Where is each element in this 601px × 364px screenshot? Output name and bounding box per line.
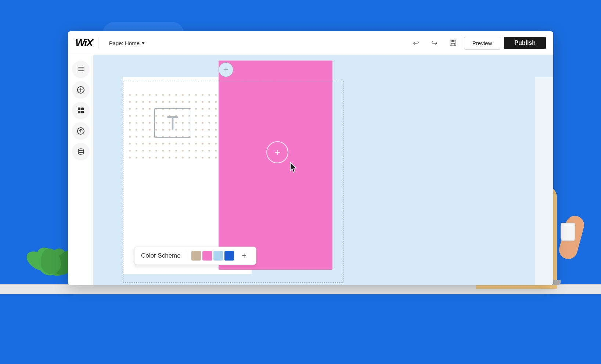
sidebar-item-pages[interactable] bbox=[72, 61, 90, 78]
preview-button[interactable]: Preview bbox=[464, 37, 500, 50]
canvas-area[interactable]: + T + Color Scheme + bbox=[94, 55, 553, 285]
svg-rect-3 bbox=[78, 67, 84, 68]
color-scheme-divider bbox=[186, 251, 186, 261]
right-panel-hint bbox=[535, 77, 553, 285]
canvas-pink-section bbox=[219, 61, 332, 270]
wix-logo: WiX bbox=[75, 37, 93, 49]
plus-center-icon: + bbox=[274, 146, 280, 158]
color-swatch-lightblue[interactable] bbox=[213, 251, 223, 261]
add-color-button[interactable]: + bbox=[239, 251, 249, 261]
svg-rect-10 bbox=[81, 108, 84, 110]
left-sidebar bbox=[68, 55, 94, 285]
page-selector[interactable]: Page: Home ▾ bbox=[104, 37, 150, 48]
color-scheme-panel: Color Scheme + bbox=[134, 247, 256, 265]
sidebar-item-add[interactable] bbox=[72, 81, 90, 99]
svg-point-15 bbox=[78, 149, 83, 151]
add-section-top-button[interactable]: + bbox=[219, 62, 233, 77]
sidebar-item-apps[interactable] bbox=[72, 102, 90, 119]
toolbar-divider bbox=[98, 37, 98, 48]
publish-button[interactable]: Publish bbox=[504, 37, 546, 49]
color-swatches bbox=[191, 251, 234, 261]
color-swatch-pink[interactable] bbox=[202, 251, 212, 261]
undo-button[interactable]: ↩ bbox=[409, 36, 424, 50]
coffee-cup bbox=[561, 223, 575, 241]
toolbar: WiX Page: Home ▾ ↩ ↪ Preview Publish bbox=[68, 31, 553, 55]
svg-rect-4 bbox=[78, 69, 84, 69]
svg-rect-5 bbox=[78, 70, 84, 71]
svg-rect-1 bbox=[451, 40, 454, 42]
svg-rect-2 bbox=[451, 43, 455, 46]
page-name-label: Page: Home bbox=[109, 40, 140, 46]
color-swatch-blue[interactable] bbox=[224, 251, 234, 261]
dropdown-arrow-icon: ▾ bbox=[142, 40, 145, 46]
editor-panel: WiX Page: Home ▾ ↩ ↪ Preview Publish bbox=[68, 31, 553, 285]
add-element-button[interactable]: + bbox=[266, 141, 288, 163]
text-placeholder-box[interactable]: T bbox=[154, 108, 191, 138]
redo-button[interactable]: ↪ bbox=[427, 36, 442, 50]
save-button[interactable] bbox=[446, 36, 460, 50]
plus-icon: + bbox=[224, 65, 228, 74]
text-placeholder-icon: T bbox=[167, 113, 179, 132]
sidebar-item-database[interactable] bbox=[72, 143, 90, 160]
color-scheme-label: Color Scheme bbox=[141, 252, 181, 259]
svg-rect-9 bbox=[78, 108, 80, 110]
svg-rect-12 bbox=[81, 111, 84, 113]
svg-rect-11 bbox=[78, 111, 80, 113]
sidebar-item-upload[interactable] bbox=[72, 122, 90, 140]
color-swatch-beige[interactable] bbox=[191, 251, 201, 261]
